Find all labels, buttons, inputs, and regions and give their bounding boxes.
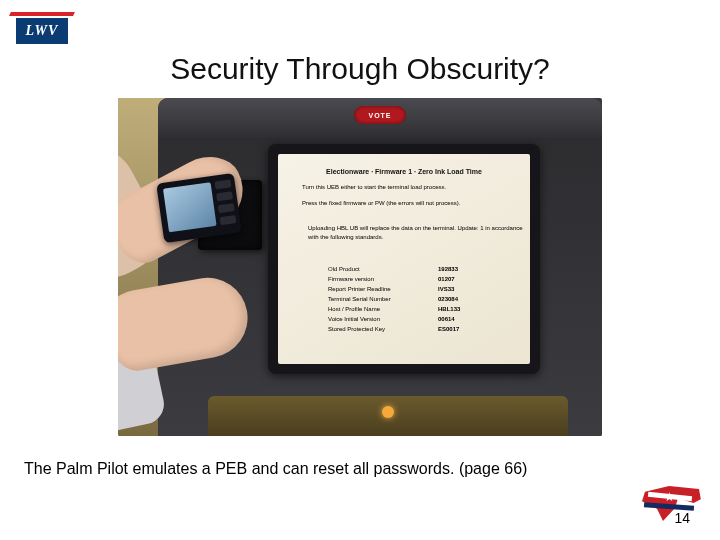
lwv-logo: LWV — [10, 12, 74, 46]
star-icon: ★ — [664, 490, 675, 504]
terminal-screen: Electionware · Firmware 1 · Zero Ink Loa… — [278, 154, 530, 364]
list-item: Terminal Serial Number023084 — [328, 294, 460, 304]
list-item: Host / Profile NameHBL133 — [328, 304, 460, 314]
screen-heading: Electionware · Firmware 1 · Zero Ink Loa… — [278, 168, 530, 175]
sc-flag-icon: ★ — [636, 484, 706, 528]
screen-text: Uploading HBL UB will replace the data o… — [308, 224, 530, 242]
list-item: Voice Initial Version00614 — [328, 314, 460, 324]
logo-text: LWV — [26, 23, 59, 39]
logo-accent — [9, 12, 75, 16]
palm-pilot-buttons — [214, 179, 236, 225]
page-number: 14 — [674, 510, 690, 526]
list-item: Old Product192833 — [328, 264, 460, 274]
slide-title: Security Through Obscurity? — [0, 52, 720, 86]
vote-button: VOTE — [354, 106, 406, 124]
photo: VOTE Electionware · Firmware 1 · Zero In… — [118, 98, 602, 436]
palm-pilot — [156, 173, 242, 243]
voting-machine: VOTE Electionware · Firmware 1 · Zero In… — [158, 98, 602, 436]
list-item: Report Printer ReadlineIVS33 — [328, 284, 460, 294]
screen-list: Old Product192833 Firmware version01207 … — [328, 264, 460, 334]
palm-pilot-screen — [163, 182, 217, 232]
vote-button-label: VOTE — [368, 112, 391, 119]
screen-text: Turn this UEB either to start the termin… — [302, 184, 446, 190]
screen-text: Press the fixed firmware or PW (the erro… — [302, 200, 460, 206]
caption: The Palm Pilot emulates a PEB and can re… — [24, 460, 684, 478]
slide: LWV Security Through Obscurity? VOTE Ele… — [0, 0, 720, 540]
list-item: Stored Protected KeyES0017 — [328, 324, 460, 334]
logo-box: LWV — [16, 18, 68, 44]
machine-base — [208, 396, 568, 436]
machine-top: VOTE — [158, 98, 602, 138]
screen-bezel: Electionware · Firmware 1 · Zero Ink Loa… — [268, 144, 540, 374]
list-item: Firmware version01207 — [328, 274, 460, 284]
